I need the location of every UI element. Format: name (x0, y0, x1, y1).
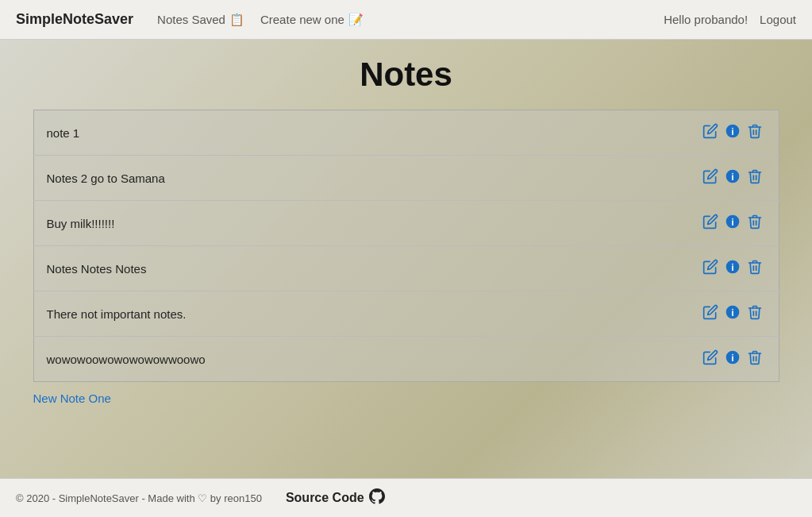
note-text: Notes Notes Notes (33, 246, 687, 291)
edit-note-button[interactable] (699, 257, 722, 280)
notes-saved-link[interactable]: Notes Saved 📋 (157, 13, 244, 27)
table-row: note 1 (33, 110, 779, 156)
note-actions (687, 110, 779, 156)
note-text: Buy milk!!!!!!! (33, 201, 687, 246)
user-greeting: Hello probando! (664, 13, 748, 26)
info-note-button[interactable] (722, 212, 744, 234)
note-actions (687, 246, 779, 291)
github-icon (369, 488, 385, 507)
notes-table: note 1Notes 2 go to SamanaBuy milk!!!!!!… (33, 110, 779, 382)
table-row: wowowoowowowowowwoowo (33, 337, 779, 382)
delete-note-button[interactable] (744, 212, 766, 234)
table-row: Notes Notes Notes (33, 246, 779, 291)
delete-note-button[interactable] (744, 122, 766, 144)
source-code-label: Source Code (286, 491, 364, 505)
footer: © 2020 - SimpleNoteSaver - Made with ♡ b… (0, 478, 812, 517)
note-text: note 1 (33, 110, 687, 156)
notes-saved-label: Notes Saved (157, 13, 225, 26)
create-new-icon: 📝 (348, 13, 364, 27)
new-note-link[interactable]: New Note One (33, 392, 779, 405)
edit-note-button[interactable] (699, 167, 722, 189)
source-code-link[interactable]: Source Code (286, 488, 385, 507)
delete-note-button[interactable] (744, 257, 766, 280)
main-content: Notes note 1Notes 2 go to SamanaBuy milk… (0, 40, 812, 478)
edit-note-button[interactable] (699, 212, 722, 234)
table-row: Notes 2 go to Samana (33, 156, 779, 201)
note-actions (687, 156, 779, 201)
note-text: wowowoowowowowowwoowo (33, 337, 687, 382)
create-new-label: Create new one (260, 13, 344, 26)
note-text: Notes 2 go to Samana (33, 156, 687, 201)
page-title: Notes (32, 56, 780, 94)
note-actions (687, 337, 779, 382)
create-new-link[interactable]: Create new one 📝 (260, 13, 364, 27)
delete-note-button[interactable] (744, 348, 766, 370)
note-text: There not important notes. (33, 291, 687, 337)
table-row: Buy milk!!!!!!! (33, 201, 779, 246)
footer-copyright: © 2020 - SimpleNoteSaver - Made with ♡ b… (16, 492, 262, 504)
info-note-button[interactable] (722, 257, 744, 280)
edit-note-button[interactable] (699, 122, 722, 144)
info-note-button[interactable] (722, 348, 744, 370)
note-actions (687, 291, 779, 337)
nav-right: Hello probando! Logout (664, 13, 796, 26)
notes-saved-icon: 📋 (229, 13, 244, 27)
app-brand: SimpleNoteSaver (16, 11, 133, 28)
edit-note-button[interactable] (699, 303, 722, 325)
info-note-button[interactable] (722, 167, 744, 189)
edit-note-button[interactable] (699, 348, 722, 370)
note-actions (687, 201, 779, 246)
info-note-button[interactable] (722, 303, 744, 325)
info-note-button[interactable] (722, 122, 744, 144)
delete-note-button[interactable] (744, 303, 766, 325)
navbar: SimpleNoteSaver Notes Saved 📋 Create new… (0, 0, 812, 40)
table-row: There not important notes. (33, 291, 779, 337)
delete-note-button[interactable] (744, 167, 766, 189)
logout-button[interactable]: Logout (760, 13, 796, 26)
